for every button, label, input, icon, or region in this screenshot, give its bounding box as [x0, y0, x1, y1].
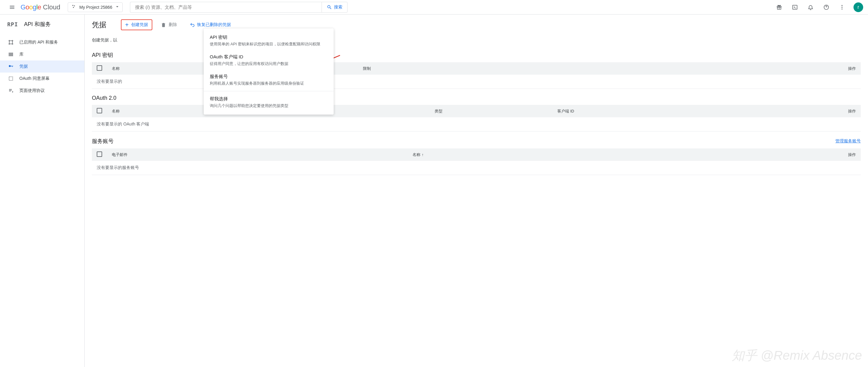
terms-icon: [7, 88, 14, 93]
project-icon: [72, 4, 76, 10]
sidebar-item-library[interactable]: 库: [0, 49, 84, 60]
col-restriction[interactable]: 限制: [358, 62, 609, 75]
service-empty: 没有要显示的服务账号: [92, 161, 861, 175]
notifications-icon[interactable]: [804, 1, 817, 14]
sidebar-item-credentials[interactable]: 凭据: [0, 60, 84, 72]
select-all-checkbox[interactable]: [97, 108, 102, 113]
search-button[interactable]: 搜索: [321, 2, 347, 13]
svg-point-9: [841, 8, 842, 9]
dashboard-icon: [7, 40, 14, 45]
project-name: My Project 25866: [80, 5, 113, 10]
dropdown-item-api-key[interactable]: API 密钥 使用简单的 API 密钥来标识您的项目，以便检查配额和访问权限: [204, 31, 334, 51]
trash-icon: [161, 22, 166, 28]
chevron-down-icon: [115, 4, 120, 10]
col-name[interactable]: 名称↑: [408, 148, 653, 161]
svg-point-2: [73, 7, 74, 8]
sidebar-label: 页面使用协议: [19, 88, 45, 93]
library-icon: [7, 52, 14, 57]
select-all-checkbox[interactable]: [97, 65, 102, 71]
col-actions: 操作: [610, 62, 861, 75]
sidebar-item-terms[interactable]: 页面使用协议: [0, 85, 84, 97]
col-actions: 操作: [653, 148, 861, 161]
google-cloud-logo[interactable]: Google Cloud: [21, 3, 60, 11]
hamburger-menu-icon[interactable]: [5, 0, 19, 14]
service-table: 电子邮件 名称↑ 操作: [92, 148, 861, 161]
svg-point-1: [74, 5, 75, 6]
header-utilities: r: [773, 1, 863, 14]
cloud-wordmark: Cloud: [43, 3, 60, 11]
col-email[interactable]: 电子邮件: [107, 148, 408, 161]
gift-icon[interactable]: [773, 1, 786, 14]
create-credential-dropdown: API 密钥 使用简单的 API 密钥来标识您的项目，以便检查配额和访问权限 O…: [204, 28, 334, 115]
top-header: Google Cloud My Project 25866 搜索 r: [0, 0, 868, 14]
dropdown-item-service-account[interactable]: 服务账号 利用机器人账号实现服务器到服务器的应用级身份验证: [204, 70, 334, 90]
svg-point-0: [72, 5, 73, 6]
sidebar-label: 已启用的 API 和服务: [19, 40, 58, 45]
more-icon[interactable]: [835, 1, 849, 14]
api-logo-icon: RPI: [7, 21, 18, 28]
svg-point-12: [9, 43, 10, 44]
sidebar-header: RPI API 和服务: [0, 14, 84, 34]
svg-rect-15: [10, 53, 10, 56]
oauth-empty: 没有要显示的 OAuth 客户端: [92, 117, 861, 131]
service-section-title: 服务账号 管理服务账号: [92, 137, 861, 145]
key-icon: [7, 64, 14, 69]
page-title: 凭据: [92, 20, 106, 30]
google-wordmark: Google: [21, 3, 41, 11]
svg-point-8: [841, 7, 842, 7]
svg-rect-18: [9, 77, 13, 81]
consent-icon: [7, 76, 14, 81]
search-input[interactable]: [130, 2, 321, 13]
main-content: 凭据 + 创建凭据 删除 恢复已删除的凭据 创建凭据，以 API 密钥 名称 限…: [85, 14, 868, 367]
sidebar-title: API 和服务: [24, 21, 51, 28]
svg-rect-16: [11, 53, 12, 56]
project-picker[interactable]: My Project 25866: [68, 2, 123, 12]
svg-point-7: [841, 5, 842, 6]
svg-point-13: [12, 43, 13, 44]
sidebar: RPI API 和服务 已启用的 API 和服务 库 凭据 OAuth 同意屏幕: [0, 14, 85, 367]
sort-up-icon: ↑: [422, 152, 424, 157]
dropdown-divider: [204, 91, 334, 91]
svg-rect-17: [12, 53, 13, 56]
svg-point-11: [12, 40, 13, 41]
col-client-id[interactable]: 客户端 ID: [553, 105, 738, 117]
sidebar-label: 库: [19, 52, 24, 57]
select-all-checkbox[interactable]: [97, 151, 102, 157]
col-actions: 操作: [738, 105, 861, 117]
sidebar-item-oauth-consent[interactable]: OAuth 同意屏幕: [0, 72, 84, 85]
svg-point-10: [9, 40, 10, 41]
plus-icon: +: [125, 22, 129, 28]
sidebar-label: OAuth 同意屏幕: [19, 76, 50, 81]
dropdown-item-help-choose[interactable]: 帮我选择 询问几个问题以帮助您决定要使用的凭据类型: [204, 92, 334, 112]
search-bar: 搜索: [130, 2, 347, 13]
sidebar-item-enabled-apis[interactable]: 已启用的 API 和服务: [0, 36, 84, 49]
manage-service-accounts-link[interactable]: 管理服务账号: [835, 139, 861, 144]
user-avatar[interactable]: r: [854, 2, 863, 12]
col-type[interactable]: 类型: [430, 105, 553, 117]
cloud-shell-icon[interactable]: [788, 1, 802, 14]
dropdown-item-oauth-client[interactable]: OAuth 客户端 ID 征得用户同意，让您的应用有权访问用户数据: [204, 51, 334, 70]
help-icon[interactable]: [819, 1, 833, 14]
create-credential-button[interactable]: + 创建凭据: [121, 19, 152, 30]
delete-button[interactable]: 删除: [157, 19, 181, 30]
sidebar-label: 凭据: [19, 64, 28, 69]
svg-rect-14: [9, 53, 9, 56]
undo-icon: [189, 22, 195, 28]
